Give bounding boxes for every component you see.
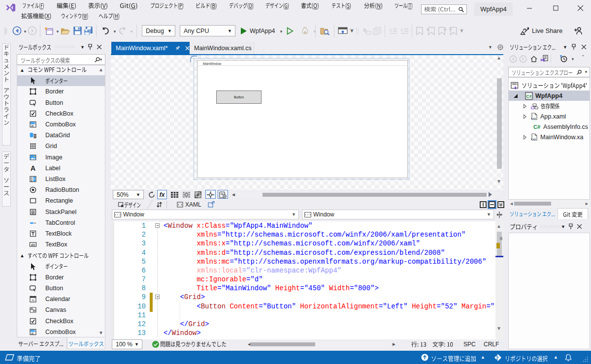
svg-text:A: A xyxy=(31,164,35,172)
svg-text:12: 12 xyxy=(32,299,34,302)
svg-text:abl: abl xyxy=(31,243,35,246)
svg-text:C#: C# xyxy=(526,93,532,98)
